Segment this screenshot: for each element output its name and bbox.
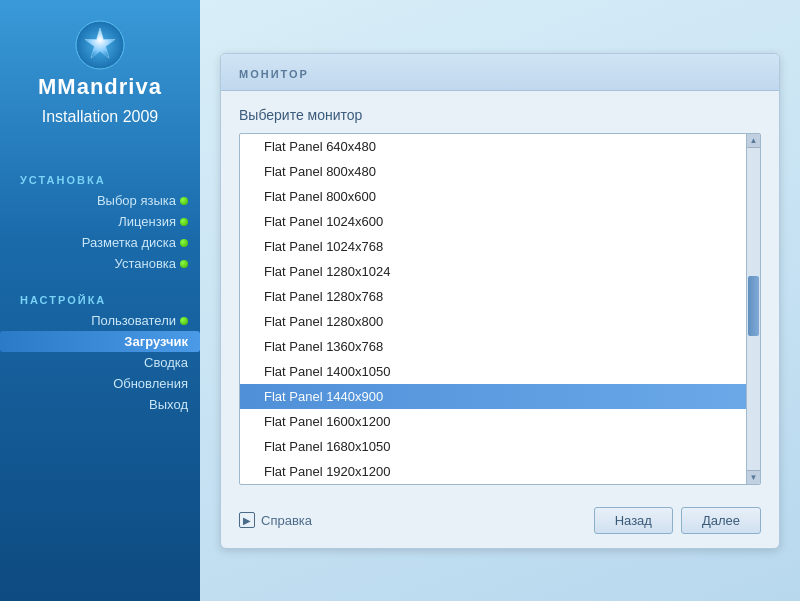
list-item[interactable]: Flat Panel 1360x768 (240, 334, 746, 359)
sidebar-item-label: Пользователи (91, 313, 176, 328)
sidebar-item-label: Загрузчик (124, 334, 188, 349)
help-icon: ▶ (239, 512, 255, 528)
main-content: МОНИТОР Выберите монитор Flat Panel 640x… (200, 0, 800, 601)
card-header: МОНИТОР (221, 54, 779, 91)
sidebar-item-label: Выход (149, 397, 188, 412)
help-label: Справка (261, 513, 312, 528)
select-monitor-label: Выберите монитор (239, 107, 761, 123)
list-item[interactable]: Flat Panel 640x480 (240, 134, 746, 159)
logo-area: MMandriva Installation 2009 (38, 10, 162, 166)
sidebar-item-updates[interactable]: Обновления (0, 373, 200, 394)
list-item[interactable]: Flat Panel 1600x1200 (240, 409, 746, 434)
help-link[interactable]: ▶ Справка (239, 512, 312, 528)
install-subtitle: Installation 2009 (42, 108, 159, 126)
status-dot (180, 317, 188, 325)
card-body: Выберите монитор Flat Panel 640x480Flat … (221, 91, 779, 497)
list-item[interactable]: Flat Panel 1024x768 (240, 234, 746, 259)
list-item[interactable]: Flat Panel 1680x1050 (240, 434, 746, 459)
scrollbar-down-button[interactable]: ▼ (747, 470, 761, 484)
scrollbar-middle (747, 148, 760, 470)
card-title: МОНИТОР (239, 68, 309, 80)
scrollbar-track: ▲ ▼ (746, 134, 760, 484)
logo-text: MMandriva (38, 74, 162, 100)
list-item[interactable]: Flat Panel 1400x1050 (240, 359, 746, 384)
sidebar-item-exit[interactable]: Выход (0, 394, 200, 415)
scrollbar-up-button[interactable]: ▲ (747, 134, 761, 148)
next-button[interactable]: Далее (681, 507, 761, 534)
sidebar-item-label: Выбор языка (97, 193, 176, 208)
status-dot (180, 260, 188, 268)
sidebar-item-bootloader[interactable]: Загрузчик (0, 331, 200, 352)
list-item[interactable]: Flat Panel 800x600 (240, 184, 746, 209)
monitor-card: МОНИТОР Выберите монитор Flat Panel 640x… (220, 53, 780, 549)
card-footer: ▶ Справка Назад Далее (221, 497, 779, 548)
sidebar-item-label: Обновления (113, 376, 188, 391)
list-item[interactable]: Flat Panel 1280x768 (240, 284, 746, 309)
sidebar-item-label: Лицензия (118, 214, 176, 229)
list-item[interactable]: Flat Panel 1440x900 (240, 384, 746, 409)
list-item[interactable]: Flat Panel 800x480 (240, 159, 746, 184)
footer-buttons: Назад Далее (594, 507, 761, 534)
list-item[interactable]: Flat Panel 1280x1024 (240, 259, 746, 284)
sidebar-item-license[interactable]: Лицензия (0, 211, 200, 232)
mandriva-star-icon (75, 20, 125, 70)
sidebar-item-label: Установка (115, 256, 176, 271)
sidebar-item-users[interactable]: Пользователи (0, 310, 200, 331)
status-dot (180, 197, 188, 205)
list-item[interactable]: Flat Panel 1280x800 (240, 309, 746, 334)
sidebar-item-label: Разметка диска (82, 235, 176, 250)
monitor-list-container: Flat Panel 640x480Flat Panel 800x480Flat… (239, 133, 761, 485)
status-dot (180, 239, 188, 247)
sidebar: MMandriva Installation 2009 УСТАНОВКА Вы… (0, 0, 200, 601)
sidebar-item-language[interactable]: Выбор языка (0, 190, 200, 211)
scrollbar-thumb[interactable] (748, 276, 759, 336)
list-item[interactable]: Flat Panel 1024x600 (240, 209, 746, 234)
section-install-header: УСТАНОВКА (0, 174, 106, 186)
back-button[interactable]: Назад (594, 507, 673, 534)
section-config-header: НАСТРОЙКА (0, 294, 106, 306)
monitor-list[interactable]: Flat Panel 640x480Flat Panel 800x480Flat… (240, 134, 746, 484)
sidebar-item-summary[interactable]: Сводка (0, 352, 200, 373)
sidebar-item-label: Сводка (144, 355, 188, 370)
sidebar-item-install[interactable]: Установка (0, 253, 200, 274)
list-item[interactable]: Flat Panel 1920x1200 (240, 459, 746, 484)
status-dot (180, 218, 188, 226)
sidebar-item-partition[interactable]: Разметка диска (0, 232, 200, 253)
